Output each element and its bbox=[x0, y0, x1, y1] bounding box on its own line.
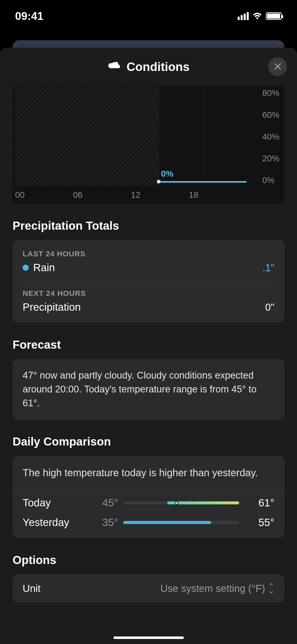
rain-dot-icon bbox=[23, 265, 29, 271]
daily-comparison-card: The high temperature today is higher tha… bbox=[13, 456, 284, 538]
last-24h-label: LAST 24 HOURS bbox=[23, 250, 274, 258]
options-title: Options bbox=[13, 553, 284, 567]
wifi-icon bbox=[252, 12, 262, 20]
today-label: Today bbox=[23, 497, 83, 509]
precipitation-chart[interactable]: 0% 80% 60% 40% 20% 0% 00 06 12 18 bbox=[13, 86, 284, 204]
yesterday-range-track bbox=[123, 521, 239, 524]
daily-comparison-title: Daily Comparison bbox=[13, 435, 284, 448]
forecast-card: 47° now and partly cloudy. Cloudy condit… bbox=[13, 359, 284, 420]
unit-option-row[interactable]: Unit Use system setting (°F) ⌃⌄ bbox=[23, 583, 274, 594]
today-range-track bbox=[123, 501, 239, 504]
chevron-updown-icon: ⌃⌄ bbox=[268, 584, 274, 593]
unit-label: Unit bbox=[23, 583, 40, 594]
sheet-title: Conditions bbox=[126, 60, 190, 74]
chart-gridline bbox=[203, 86, 203, 186]
conditions-sheet: Conditions ✕ 0% 80% 60% bbox=[0, 48, 297, 644]
today-high: 61° bbox=[244, 497, 274, 509]
close-button[interactable]: ✕ bbox=[268, 57, 287, 76]
today-current-dot bbox=[175, 501, 178, 505]
today-low: 45° bbox=[88, 497, 118, 509]
svg-point-0 bbox=[115, 62, 118, 65]
cellular-icon bbox=[238, 12, 249, 20]
sheet-header: Conditions ✕ bbox=[0, 48, 297, 86]
chart-now-dot bbox=[157, 180, 160, 183]
close-icon: ✕ bbox=[273, 61, 282, 72]
precip-value: 0" bbox=[265, 302, 274, 313]
cloud-icon bbox=[107, 62, 121, 72]
chart-y-axis: 80% 60% 40% 20% 0% bbox=[262, 86, 279, 186]
status-icons bbox=[238, 12, 282, 20]
chart-gridline bbox=[159, 86, 159, 186]
yesterday-low: 35° bbox=[88, 516, 118, 529]
rain-label: Rain bbox=[33, 262, 55, 274]
yesterday-row: Yesterday 35° 55° bbox=[23, 516, 274, 529]
divider bbox=[23, 282, 274, 282]
yesterday-range-fill bbox=[123, 521, 211, 524]
yesterday-high: 55° bbox=[244, 516, 274, 529]
rain-value: .1" bbox=[262, 262, 274, 273]
battery-icon bbox=[266, 12, 282, 20]
chart-past-shade bbox=[15, 86, 159, 186]
chart-x-axis: 00 06 12 18 bbox=[15, 190, 247, 200]
yesterday-label: Yesterday bbox=[23, 516, 83, 529]
status-time: 09:41 bbox=[15, 10, 44, 22]
divider bbox=[13, 489, 284, 489]
chart-series-line bbox=[159, 181, 247, 183]
today-row: Today 45° 61° bbox=[23, 497, 274, 509]
unit-value: Use system setting (°F) bbox=[160, 583, 265, 594]
home-indicator[interactable] bbox=[113, 636, 184, 639]
precip-label: Precipitation bbox=[23, 301, 81, 313]
next-24h-label: NEXT 24 HOURS bbox=[23, 289, 274, 298]
forecast-title: Forecast bbox=[13, 338, 284, 351]
options-card: Unit Use system setting (°F) ⌃⌄ bbox=[13, 574, 284, 603]
comparison-summary: The high temperature today is higher tha… bbox=[23, 465, 274, 480]
chart-current-label: 0% bbox=[161, 169, 173, 179]
precip-totals-card: LAST 24 HOURS Rain .1" NEXT 24 HOURS Pre… bbox=[13, 240, 284, 323]
forecast-text: 47° now and partly cloudy. Cloudy condit… bbox=[23, 369, 274, 410]
status-bar: 09:41 bbox=[0, 0, 297, 30]
precip-totals-title: Precipitation Totals bbox=[13, 219, 284, 232]
